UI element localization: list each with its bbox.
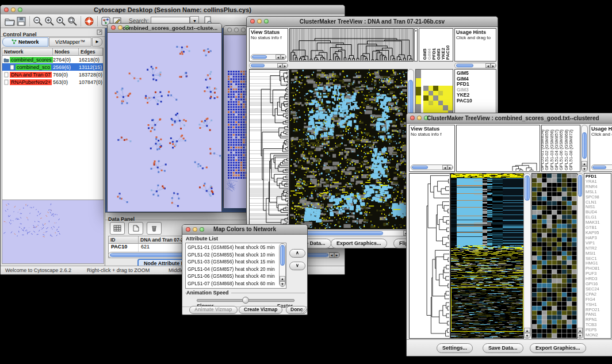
matrix-cell[interactable] <box>433 105 438 110</box>
vertical-scrollbar[interactable]: ▲▼ <box>279 243 286 287</box>
scroll-down-icon[interactable]: ▼ <box>582 166 587 171</box>
tv2-button-export-graphics[interactable]: Export Graphics... <box>530 343 586 353</box>
tv1-column-dendrogram[interactable] <box>289 28 414 62</box>
tv2-button-settings[interactable]: Settings... <box>437 343 473 353</box>
network-table-row[interactable]: combined_sco2569(6)13112(15) <box>2 63 103 71</box>
scroll-left-icon[interactable]: ◄ <box>485 63 491 68</box>
scroll-right-icon[interactable]: ► <box>281 55 286 59</box>
attribute-item[interactable]: GPL51-04 (GSM857) heat shock 20 min <box>186 266 279 273</box>
column-label[interactable]: GPL51-06 (GSM865) <box>559 129 564 170</box>
network-table-row[interactable]: DNA and Tran 07769(0)183728(0) <box>2 71 103 78</box>
tv2-column-dendrogram[interactable] <box>511 156 538 171</box>
column-label[interactable]: GPL51-08 (GSM872) <box>568 129 573 170</box>
attribute-table-icon[interactable] <box>110 222 125 235</box>
scrollbar-thumb[interactable] <box>578 175 582 197</box>
matrix-cell[interactable] <box>448 95 453 101</box>
scroll-up-icon[interactable]: ▲ <box>524 328 530 333</box>
minimize-icon[interactable] <box>193 227 197 232</box>
matrix-cell[interactable] <box>448 91 453 96</box>
scrollbar-thumb[interactable] <box>280 245 285 266</box>
open-icon[interactable] <box>4 16 16 27</box>
create-vizmap-button[interactable]: Create Vizmap <box>239 306 282 314</box>
matrix-cell[interactable] <box>443 86 448 91</box>
zoom-selected-icon[interactable] <box>55 16 67 27</box>
move-down-button[interactable]: ∨ <box>289 262 305 270</box>
matrix-cell[interactable] <box>433 101 438 106</box>
zoom-fit-icon[interactable] <box>67 16 78 27</box>
tv2-column-dendrogram-panel[interactable] <box>456 125 540 172</box>
gene-label[interactable]: MON2 <box>586 333 611 338</box>
dialog-title-bar[interactable]: Map Colors to Network <box>182 225 307 235</box>
matrix-cell[interactable] <box>423 86 429 91</box>
minimize-icon[interactable] <box>11 7 16 12</box>
scrollbar-thumb[interactable] <box>252 55 267 59</box>
net1-title-bar[interactable]: combined_scores_good.txt--cluste... <box>108 24 221 33</box>
scroll-up-icon[interactable]: ▲ <box>577 328 583 333</box>
close-icon[interactable] <box>186 227 190 232</box>
network-name-cell[interactable]: DNA and Tran 07 <box>2 72 53 78</box>
matrix-cell[interactable] <box>443 101 448 106</box>
animate-vizmap-button[interactable]: Animate Vizmap <box>189 306 238 314</box>
horizontal-scrollbar[interactable]: ◄► <box>591 164 612 170</box>
matrix-cell[interactable] <box>429 91 434 96</box>
strip-arrow-icon[interactable]: ► <box>415 29 417 32</box>
scrollbar-thumb[interactable] <box>456 64 473 67</box>
close-icon[interactable] <box>111 25 116 30</box>
scroll-down-icon[interactable]: ▼ <box>577 333 583 338</box>
float-panel-icon[interactable] <box>97 29 102 35</box>
tv1-button-export-graphics[interactable]: Export Graphics... <box>331 239 387 248</box>
horizontal-scrollbar[interactable]: ◄► <box>411 164 453 170</box>
zoom-in-icon[interactable] <box>44 16 55 27</box>
scroll-left-icon[interactable]: ◄ <box>329 252 334 258</box>
scrollbar-thumb[interactable] <box>412 166 428 169</box>
matrix-cell[interactable] <box>438 95 443 101</box>
row-label[interactable]: PAC10 <box>457 98 496 104</box>
id-col-header[interactable]: ID <box>109 236 139 244</box>
close-icon[interactable] <box>4 7 9 12</box>
scroll-right-icon[interactable]: ► <box>334 252 339 258</box>
attribute-item[interactable]: GPL51-02 (GSM855) heat shock 10 min <box>186 251 279 259</box>
scroll-down-icon[interactable]: ▼ <box>280 281 285 286</box>
scrollbar-thumb[interactable] <box>525 175 530 201</box>
new-attribute-icon[interactable] <box>128 222 143 235</box>
tab-overflow-arrow[interactable]: ► <box>92 37 102 47</box>
move-up-button[interactable]: ∧ <box>289 249 305 258</box>
horizontal-scrollbar[interactable]: ◄► <box>249 63 288 68</box>
tab-vizmapper[interactable]: VizMapper™ <box>49 37 91 47</box>
delete-attribute-icon[interactable] <box>147 222 162 235</box>
tab-network[interactable]: Network <box>2 37 48 47</box>
scrollbar-thumb[interactable] <box>592 166 606 169</box>
matrix-cell[interactable] <box>423 101 429 106</box>
birdseye-view[interactable] <box>2 200 104 264</box>
edges-col-header[interactable]: Edges <box>79 48 103 56</box>
scroll-left-icon[interactable]: ◄ <box>276 55 281 59</box>
resize-grip[interactable] <box>301 308 307 314</box>
horizontal-scrollbar[interactable]: ◄► <box>454 63 496 68</box>
tv2-title-bar[interactable]: ClusterMaker TreeView : combined_scores_… <box>407 113 612 124</box>
save-icon[interactable] <box>16 16 27 27</box>
animation-speed-slider[interactable] <box>197 299 294 302</box>
scroll-up-icon[interactable]: ▲ <box>582 161 587 166</box>
close-icon[interactable] <box>227 28 232 32</box>
matrix-cell[interactable] <box>423 105 429 110</box>
matrix-cell[interactable] <box>433 86 438 91</box>
vertical-scrollbar[interactable]: ▲▼ <box>581 125 588 172</box>
minimize-icon[interactable] <box>118 25 123 30</box>
minimize-icon[interactable] <box>234 28 239 32</box>
scroll-up-icon[interactable]: ▲ <box>280 276 285 281</box>
tv1-row-dendrogram[interactable] <box>249 69 289 229</box>
scrollbar-thumb[interactable] <box>251 64 265 67</box>
main-title-bar[interactable]: Cytoscape Desktop (Session Name: collins… <box>1 5 345 15</box>
matrix-cell[interactable] <box>438 91 443 96</box>
attribute-item[interactable]: GPL51-06 (GSM865) heat shock 40 min <box>186 273 279 280</box>
matrix-cell[interactable] <box>423 91 429 96</box>
tv1-zoom-matrix[interactable] <box>423 86 453 115</box>
horizontal-scrollbar[interactable]: ◄► <box>289 230 414 236</box>
slider-thumb[interactable] <box>242 297 249 304</box>
matrix-cell[interactable] <box>429 86 434 91</box>
matrix-cell[interactable] <box>448 86 453 91</box>
attribute-item[interactable]: GPL51-07 (GSM868) heat shock 60 min <box>186 280 279 288</box>
column-label[interactable]: GPL51-02 (GSM855) <box>544 129 549 170</box>
matrix-cell[interactable] <box>448 105 453 110</box>
matrix-cell[interactable] <box>443 95 448 101</box>
